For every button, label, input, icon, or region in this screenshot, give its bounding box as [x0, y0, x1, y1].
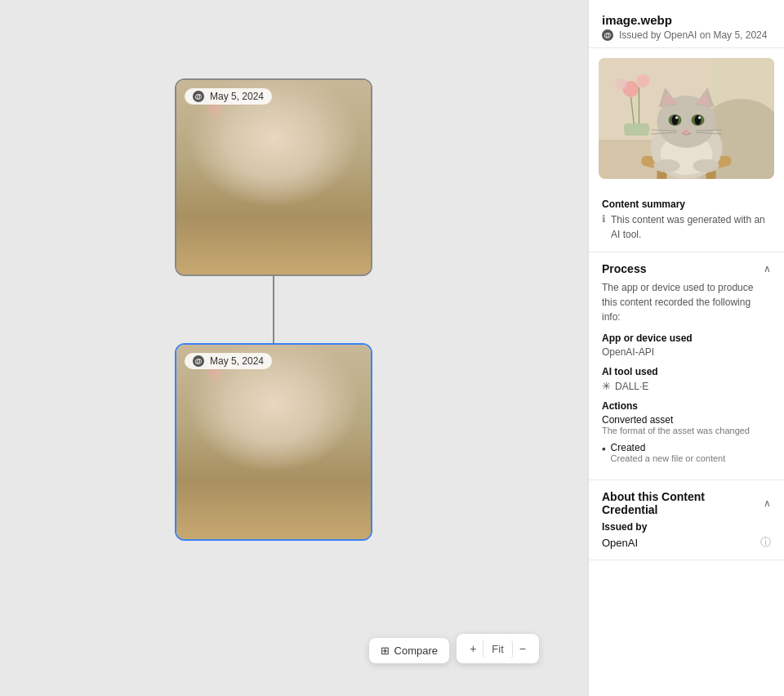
svg-line-46	[221, 399, 225, 443]
process-description: The app or device used to produce this c…	[602, 280, 771, 324]
svg-marker-21	[284, 129, 307, 155]
connector-line	[273, 276, 274, 343]
ai-tool-value-row: ✳ DALL·E	[602, 380, 771, 392]
svg-marker-60	[286, 400, 304, 418]
canvas-area: @ May 5, 2024	[0, 0, 588, 696]
ai-tool-label: AI tool used	[602, 366, 771, 377]
svg-point-63	[259, 435, 267, 447]
svg-rect-51	[222, 498, 328, 510]
svg-point-3	[283, 145, 371, 227]
bottom-image-node[interactable]: @ May 5, 2024	[175, 343, 372, 541]
action-converted-desc: The format of the asset was changed	[602, 426, 771, 435]
svg-point-17	[233, 186, 318, 260]
created-icon: ▪	[602, 443, 606, 455]
svg-rect-41	[283, 443, 371, 508]
svg-point-55	[244, 471, 306, 520]
process-section: Process ∧ The app or device used to prod…	[589, 252, 784, 480]
c2pa-icon-top: @	[193, 91, 204, 102]
issued-by-value: OpenAI	[602, 537, 638, 549]
about-chevron[interactable]: ∧	[764, 497, 771, 509]
content-summary-body: ℹ This content was generated with an AI …	[602, 212, 771, 242]
svg-marker-20	[243, 129, 266, 155]
svg-point-24	[255, 170, 271, 183]
svg-rect-12	[212, 178, 242, 194]
process-title: Process	[602, 262, 646, 275]
svg-point-61	[255, 435, 271, 448]
svg-line-68	[238, 453, 266, 453]
action-converted: Converted asset The format of the asset …	[602, 414, 771, 435]
svg-marker-23	[286, 136, 304, 154]
svg-line-9	[221, 135, 225, 178]
compare-button[interactable]: ⊞ Compare	[369, 638, 449, 663]
svg-point-64	[283, 435, 292, 447]
svg-marker-22	[247, 136, 265, 154]
svg-point-102	[698, 117, 701, 119]
content-summary-title: Content summary	[602, 199, 771, 210]
svg-point-54	[233, 451, 318, 524]
about-section: About this Content Credential ∧ Issued b…	[589, 480, 784, 560]
svg-marker-30	[271, 186, 279, 191]
svg-line-32	[238, 191, 266, 193]
top-image-node[interactable]: @ May 5, 2024	[175, 78, 372, 276]
action-created-content: Created Created a new file or content	[611, 442, 726, 463]
svg-point-108	[654, 159, 680, 172]
svg-point-13	[222, 234, 328, 253]
zoom-in-button[interactable]: +	[463, 639, 483, 658]
action-created: ▪ Created Created a new file or content	[602, 442, 771, 463]
svg-point-28	[263, 172, 266, 176]
about-title: About this Content Credential	[602, 490, 764, 516]
action-converted-title: Converted asset	[602, 414, 771, 426]
svg-point-18	[244, 207, 306, 256]
dalle-icon: ✳	[602, 380, 611, 392]
zoom-out-button[interactable]: −	[513, 639, 532, 658]
c2pa-icon-panel: @	[602, 29, 613, 41]
svg-point-62	[279, 435, 296, 448]
svg-rect-49	[212, 443, 242, 459]
help-icon[interactable]: ⓘ	[760, 535, 771, 550]
svg-rect-0	[176, 80, 371, 274]
svg-rect-2	[307, 80, 371, 178]
svg-point-35	[238, 239, 270, 256]
svg-line-71	[284, 456, 313, 457]
svg-rect-16	[296, 245, 309, 274]
svg-point-56	[241, 412, 310, 474]
top-cat-image	[176, 80, 371, 274]
bottom-node-badge: @ May 5, 2024	[185, 353, 272, 369]
content-summary-section: Content summary ℹ This content was gener…	[589, 189, 784, 252]
content-summary-text: This content was generated with an AI to…	[611, 212, 771, 242]
svg-point-65	[263, 437, 266, 440]
info-icon: ℹ	[602, 213, 606, 225]
svg-point-7	[202, 109, 216, 124]
about-section-header: About this Content Credential ∧	[602, 490, 771, 516]
actions-label: Actions	[602, 400, 771, 412]
svg-rect-14	[222, 234, 328, 245]
svg-point-50	[222, 498, 328, 518]
app-value: OpenAI-API	[602, 346, 771, 358]
svg-point-48	[211, 443, 243, 456]
c2pa-icon-bottom: @	[193, 355, 204, 367]
svg-point-101	[675, 117, 678, 119]
issued-by-row: OpenAI ⓘ	[602, 535, 771, 550]
svg-point-27	[283, 171, 292, 182]
svg-line-33	[284, 188, 313, 189]
process-chevron[interactable]: ∧	[764, 263, 771, 274]
svg-marker-58	[284, 394, 307, 420]
svg-line-31	[238, 188, 266, 189]
zoom-toolbar: + Fit −	[457, 634, 539, 663]
svg-point-66	[287, 437, 291, 440]
svg-point-36	[280, 239, 313, 256]
svg-point-45	[223, 391, 236, 404]
app-label: App or device used	[602, 332, 771, 344]
fit-button[interactable]: Fit	[483, 640, 512, 658]
svg-marker-57	[243, 394, 266, 420]
svg-point-6	[225, 105, 242, 121]
svg-point-73	[280, 504, 313, 520]
svg-line-34	[284, 191, 313, 193]
svg-rect-53	[296, 510, 309, 539]
svg-marker-59	[247, 400, 265, 418]
svg-line-69	[238, 456, 266, 457]
svg-rect-39	[307, 345, 371, 443]
panel-header: image.webp @ Issued by OpenAI on May 5, …	[589, 0, 784, 48]
action-created-desc: Created a new file or content	[611, 453, 726, 463]
svg-point-25	[279, 170, 296, 183]
